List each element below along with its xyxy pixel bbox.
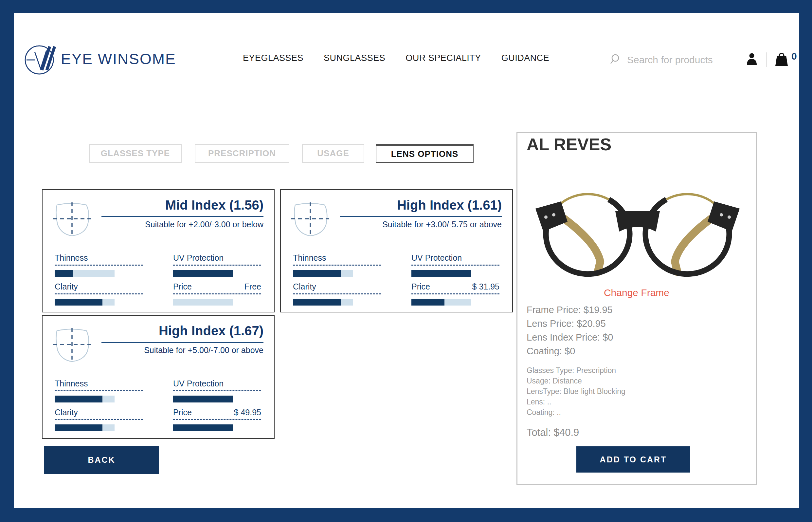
bag-icon <box>774 52 789 68</box>
metric-uv: UV Protection <box>173 254 261 277</box>
frame-price-line: Frame Price: $19.95 <box>527 303 613 317</box>
user-icon[interactable] <box>746 53 758 67</box>
metric-track <box>173 270 233 277</box>
browser-frame: EYE WINSOME EYEGLASSES SUNGLASSES OUR SP… <box>0 0 812 522</box>
tab-glasses-type[interactable]: GLASSES TYPE <box>89 144 182 163</box>
back-button[interactable]: BACK <box>44 446 159 474</box>
glasses-type-line: Glasses Type: Prescription <box>527 365 625 376</box>
lens-type-line: LensType: Blue-light Blocking <box>527 386 625 397</box>
coating-line: Coating: .. <box>527 407 625 418</box>
lens-shape-icon <box>291 200 332 240</box>
metric-fill <box>173 270 233 277</box>
metric-price: Price $ 49.95 <box>173 408 261 431</box>
change-frame-link[interactable]: Change Frame <box>517 287 756 298</box>
metric-track <box>55 424 114 431</box>
metric-track <box>55 270 114 277</box>
metric-clarity: Clarity <box>55 408 143 431</box>
metric-fill <box>55 299 102 305</box>
metric-track <box>411 270 471 277</box>
lens-card-high-index-167[interactable]: High Index (1.67) Suitable for +5.00/-7.… <box>42 315 275 439</box>
title-rule <box>102 342 264 343</box>
add-to-cart-button[interactable]: ADD TO CART <box>576 446 690 473</box>
usage-line: Usage: Distance <box>527 376 625 386</box>
total-price: Total: $40.9 <box>527 427 579 438</box>
search-input[interactable] <box>626 54 736 66</box>
lens-title: High Index (1.61) <box>340 198 502 212</box>
lens-shape-icon <box>53 325 93 366</box>
nav-item-our-speciality[interactable]: OUR SPECIALITY <box>405 54 481 63</box>
price-value: $ 31.95 <box>472 283 499 291</box>
metric-uv: UV Protection <box>411 254 499 277</box>
brand-name: EYE WINSOME <box>61 52 176 66</box>
tab-prescription[interactable]: PRESCRIPTION <box>195 144 289 163</box>
metric-dashes <box>173 419 261 420</box>
metric-uv: UV Protection <box>173 380 261 402</box>
metric-fill <box>411 299 444 305</box>
metric-label: UV Protection <box>173 254 224 262</box>
tab-usage[interactable]: USAGE <box>302 144 364 163</box>
metric-label: Clarity <box>293 283 316 291</box>
nav-item-sunglasses[interactable]: SUNGLASSES <box>324 54 385 63</box>
search-icon[interactable] <box>609 53 621 66</box>
metric-label: Thinness <box>55 380 88 388</box>
metric-dashes <box>173 294 261 295</box>
metric-fill <box>293 270 341 277</box>
lens-subtitle: Suitable for +2.00/-3.00 or below <box>102 220 264 228</box>
title-rule <box>102 216 264 217</box>
metric-fill <box>55 396 102 402</box>
lens-line: Lens: .. <box>527 397 625 407</box>
metric-fill <box>55 424 102 431</box>
metric-clarity: Clarity <box>293 283 381 305</box>
price-value: $ 49.95 <box>234 408 261 417</box>
metric-dashes <box>173 265 261 266</box>
metric-fill <box>293 299 341 305</box>
metric-label: Price <box>173 283 192 291</box>
title-rule <box>340 216 502 217</box>
lens-title: Mid Index (1.56) <box>102 198 264 212</box>
metric-dashes <box>55 294 143 295</box>
metric-label: Thinness <box>293 254 326 262</box>
lens-card-mid-index-156[interactable]: Mid Index (1.56) Suitable for +2.00/-3.0… <box>42 189 275 313</box>
nav-item-guidance[interactable]: GUIDANCE <box>501 54 549 63</box>
metrics-grid: Thinness UV Protection Clarity Price $ 3… <box>293 254 499 305</box>
cart-count: 0 <box>791 52 797 61</box>
card-header: High Index (1.61) Suitable for +3.00/-5.… <box>340 198 502 228</box>
metric-track <box>173 396 233 402</box>
metric-clarity: Clarity <box>55 283 143 305</box>
lens-card-high-index-161[interactable]: High Index (1.61) Suitable for +3.00/-5.… <box>280 189 513 313</box>
product-image-glasses <box>533 179 742 279</box>
tab-lens-options[interactable]: LENS OPTIONS <box>376 144 474 163</box>
lens-shape-icon <box>53 200 93 240</box>
lens-price-line: Lens Price: $20.95 <box>527 317 613 330</box>
metric-track <box>411 299 471 305</box>
metric-label: Price <box>173 408 192 417</box>
metrics-grid: Thinness UV Protection Clarity Price $ 4… <box>55 380 261 431</box>
metric-dashes <box>293 294 381 295</box>
metric-dashes <box>173 390 261 392</box>
header-divider <box>766 53 767 67</box>
metric-track <box>173 424 233 431</box>
metric-fill <box>173 424 233 431</box>
metric-price: Price Free <box>173 283 261 305</box>
nav-item-eyeglasses[interactable]: EYEGLASSES <box>243 54 304 63</box>
metric-fill <box>411 270 471 277</box>
cart-button[interactable]: 0 <box>774 52 797 68</box>
price-summary: Frame Price: $19.95 Lens Price: $20.95 L… <box>527 303 613 358</box>
metric-price: Price $ 31.95 <box>411 283 499 305</box>
metric-thinness: Thinness <box>55 254 143 277</box>
metric-track <box>293 299 353 305</box>
metric-track <box>55 299 114 305</box>
lens-index-price-line: Lens Index Price: $0 <box>527 330 613 344</box>
coating-price-line: Coating: $0 <box>527 344 613 358</box>
metric-fill <box>55 270 72 277</box>
metric-label: Thinness <box>55 254 88 262</box>
logo-mark-icon <box>22 41 56 77</box>
metric-dashes <box>55 419 143 420</box>
metric-thinness: Thinness <box>55 380 143 402</box>
search-bar <box>609 52 736 68</box>
metric-track <box>173 299 233 305</box>
brand-logo[interactable]: EYE WINSOME <box>22 41 176 77</box>
metric-label: Clarity <box>55 408 78 417</box>
metric-label: UV Protection <box>411 254 462 262</box>
metric-label: Price <box>411 283 430 291</box>
